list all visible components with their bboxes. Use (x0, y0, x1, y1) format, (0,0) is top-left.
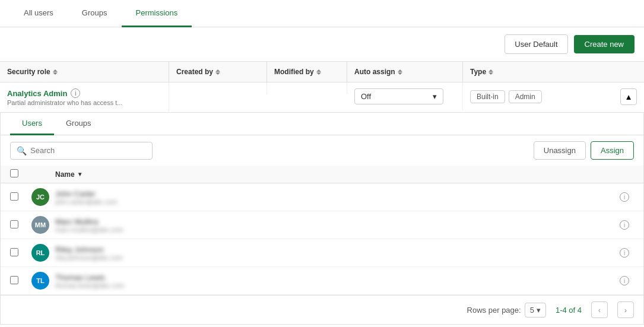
role-cell-created (169, 82, 267, 94)
rows-per-page: Rows per page: 5 ▾ (467, 303, 546, 318)
user-avatar-0: JC (31, 188, 49, 206)
th-type-label: Type (470, 68, 486, 76)
name-col-label: Name (55, 170, 75, 179)
rows-per-page-value: 5 (530, 306, 534, 315)
user-avatar-col-0: JC (31, 188, 55, 206)
table-footer: Rows per page: 5 ▾ 1-4 of 4 ‹ › (1, 295, 643, 324)
th-security-label: Security role (7, 68, 50, 76)
user-info-1: Marc Mullins marc.mullins@abc.com (55, 217, 615, 233)
tab-all-users[interactable]: All users (9, 0, 68, 27)
user-checkbox-col-3 (10, 276, 31, 286)
sub-tab-groups[interactable]: Groups (54, 113, 103, 135)
user-row: JC John Carter john.carter@abc.com i (1, 183, 643, 211)
header-name-col: Name ▼ (55, 170, 634, 179)
user-info-2: Riley Johnson riley.johnson@abc.com (55, 245, 615, 261)
unassign-button[interactable]: Unassign (534, 141, 586, 160)
user-email-0: john.carter@abc.com (55, 198, 615, 205)
prev-page-button[interactable]: ‹ (591, 301, 608, 318)
th-created-by: Created by (169, 62, 267, 82)
sub-panel: Users Groups 🔍 Unassign Assign Name ▼ (0, 113, 644, 325)
user-checkbox-3[interactable] (10, 276, 18, 284)
select-all-checkbox[interactable] (10, 169, 18, 177)
top-tabs-bar: All users Groups Permissions (0, 0, 644, 27)
search-input-wrap[interactable]: 🔍 (10, 142, 153, 160)
dropdown-chevron-icon: ▾ (433, 92, 437, 101)
user-avatar-2: RL (31, 244, 49, 262)
users-table-header: Name ▼ (1, 166, 643, 183)
user-info-icon-1[interactable]: i (620, 220, 629, 230)
tab-groups[interactable]: Groups (68, 0, 122, 27)
user-info-icon-2[interactable]: i (620, 248, 629, 258)
next-page-button[interactable]: › (617, 301, 634, 318)
chevron-up-icon: ▲ (624, 93, 632, 101)
sub-tab-users[interactable]: Users (10, 113, 54, 135)
user-avatar-col-3: TL (31, 272, 55, 290)
th-auto-assign: Auto assign (347, 62, 463, 82)
badge-builtin: Built-in (470, 90, 505, 103)
sort-created-icon[interactable] (215, 69, 220, 75)
sort-auto-icon[interactable] (398, 69, 402, 75)
user-info-3: Thomas Lewis thomas.lewis@abc.com (55, 273, 615, 289)
sort-type-icon[interactable] (488, 69, 493, 75)
user-row: TL Thomas Lewis thomas.lewis@abc.com i (1, 267, 643, 295)
user-avatar-1: MM (31, 216, 49, 234)
user-row: MM Marc Mullins marc.mullins@abc.com i (1, 211, 643, 239)
tab-permissions[interactable]: Permissions (122, 0, 192, 27)
user-checkbox-col-0 (10, 192, 31, 202)
user-name-3: Thomas Lewis (55, 273, 615, 282)
user-name-0: John Carter (55, 189, 615, 198)
user-avatar-3: TL (31, 272, 49, 290)
assign-button[interactable]: Assign (591, 141, 634, 160)
user-info-icon-3[interactable]: i (620, 276, 629, 285)
pagination-range: 1-4 of 4 (556, 306, 582, 315)
th-modified-label: Modified by (274, 68, 314, 76)
role-desc-text: Partial administrator who has access t..… (7, 99, 161, 106)
user-checkbox-2[interactable] (10, 248, 18, 256)
role-cell-type: Built-in Admin ▲ (463, 82, 644, 111)
user-checkbox-0[interactable] (10, 192, 18, 201)
permissions-table-header: Security role Created by Modified by Aut… (0, 61, 644, 82)
user-rows-container: JC John Carter john.carter@abc.com i MM … (1, 183, 643, 295)
auto-assign-dropdown[interactable]: Off ▾ (354, 88, 443, 104)
user-checkbox-col-2 (10, 248, 31, 258)
user-checkbox-1[interactable] (10, 220, 18, 228)
search-bar: 🔍 Unassign Assign (1, 135, 643, 166)
rows-per-page-select[interactable]: 5 ▾ (525, 303, 546, 318)
th-auto-label: Auto assign (354, 68, 395, 76)
sort-name-icon[interactable]: ▼ (77, 171, 83, 177)
role-cell-security: Analytics Admin i Partial administrator … (0, 82, 169, 112)
sort-security-icon[interactable] (53, 69, 58, 75)
user-action-2: i (615, 248, 634, 258)
collapse-row-button[interactable]: ▲ (620, 88, 637, 105)
th-modified-by: Modified by (267, 62, 347, 82)
role-cell-auto: Off ▾ (347, 82, 463, 110)
search-icon: 🔍 (17, 146, 27, 155)
user-name-2: Riley Johnson (55, 245, 615, 254)
action-buttons: Unassign Assign (534, 141, 634, 160)
header-checkbox-col (10, 169, 31, 179)
role-info-icon[interactable]: i (71, 88, 80, 98)
rows-per-page-label: Rows per page: (467, 306, 521, 315)
user-avatar-col-1: MM (31, 216, 55, 234)
role-row: Analytics Admin i Partial administrator … (0, 82, 644, 113)
user-email-2: riley.johnson@abc.com (55, 254, 615, 261)
user-action-1: i (615, 220, 634, 230)
th-created-label: Created by (176, 68, 213, 76)
rows-select-chevron-icon: ▾ (537, 306, 541, 315)
th-type: Type (463, 62, 644, 82)
create-new-button[interactable]: Create new (574, 35, 635, 53)
user-email-3: thomas.lewis@abc.com (55, 282, 615, 289)
user-default-button[interactable]: User Default (505, 34, 567, 54)
user-info-icon-0[interactable]: i (620, 192, 629, 202)
search-input[interactable] (30, 146, 146, 155)
user-name-1: Marc Mullins (55, 217, 615, 226)
user-email-1: marc.mullins@abc.com (55, 226, 615, 233)
badge-admin: Admin (509, 90, 542, 103)
sub-tabs-bar: Users Groups (1, 113, 643, 135)
user-checkbox-col-1 (10, 220, 31, 230)
sort-modified-icon[interactable] (316, 69, 321, 75)
role-name-text: Analytics Admin (7, 89, 67, 98)
auto-assign-value: Off (361, 92, 371, 101)
user-info-0: John Carter john.carter@abc.com (55, 189, 615, 205)
user-action-0: i (615, 192, 634, 202)
